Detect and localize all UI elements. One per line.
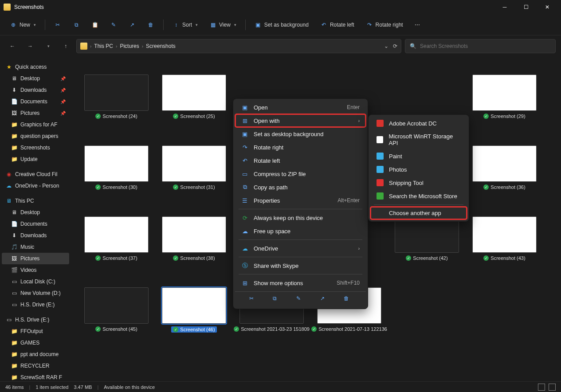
up-button[interactable]: ↑ (59, 39, 73, 53)
sidebar-this-pc[interactable]: 🖥This PC (2, 195, 69, 207)
copy-button[interactable]: ⧉ (68, 19, 84, 31)
thumbnails-view-icon[interactable] (549, 384, 556, 391)
file-thumbnail[interactable]: ✓Screenshot (37) (80, 216, 153, 261)
sort-button[interactable]: ↕ Sort ▾ (168, 19, 202, 31)
submenu-item[interactable]: Microsoft WinRT Storage API (370, 130, 467, 149)
crumb-thispc[interactable]: This PC (94, 43, 113, 49)
sidebar-quick-access[interactable]: ★Quick access (2, 61, 69, 73)
file-thumbnail[interactable]: ✓Screenshot (25) (157, 74, 231, 119)
details-view-icon[interactable] (538, 384, 545, 391)
ctx-open-with[interactable]: ⊞Open with› (235, 114, 366, 127)
file-thumbnail[interactable]: ✓Screenshot (38) (157, 216, 231, 261)
more-button[interactable]: ⋯ (410, 19, 424, 31)
sidebar-item[interactable]: 🎵Music (2, 241, 69, 253)
sidebar-item[interactable]: 📁Graphics for AF (2, 119, 69, 130)
sidebar-item[interactable]: ▭New Volume (D:) (2, 287, 69, 299)
ctx-rotate-left[interactable]: ↶Rotate left (235, 154, 366, 167)
rotate-left-button[interactable]: ↶ Rotate left (316, 19, 359, 31)
submenu-item[interactable]: Snipping Tool (370, 176, 467, 189)
file-thumbnail[interactable]: ✓Screenshot (31) (157, 145, 231, 190)
history-button[interactable]: ▾ (41, 39, 55, 53)
close-button[interactable]: ✕ (537, 0, 557, 14)
cut-button[interactable]: ✂ (50, 19, 66, 31)
scissors-icon[interactable]: ✂ (249, 295, 257, 303)
thumbnail-image (162, 216, 226, 253)
share-button[interactable]: ↗ (124, 19, 140, 31)
ctx-set-desktop[interactable]: ▣Set as desktop background (235, 127, 366, 141)
chevron-down-icon[interactable]: ⌄ (384, 43, 388, 49)
sidebar-item[interactable]: 📁GAMES (2, 337, 69, 349)
breadcrumb[interactable]: › This PC › Pictures › Screenshots ⌄ ⟳ (76, 39, 401, 53)
file-thumbnail[interactable]: ✓Screenshot (46) (157, 287, 231, 333)
search-input[interactable] (420, 43, 551, 49)
ctx-copy-path[interactable]: ⧉Copy as path (235, 180, 366, 194)
file-thumbnail[interactable]: ✓Screenshot (42) (390, 216, 463, 261)
view-button[interactable]: ▦ View ▾ (205, 19, 241, 31)
sidebar-item[interactable]: 🎬Videos (2, 264, 69, 276)
submenu-item[interactable]: Photos (370, 163, 467, 176)
sidebar-creative-cloud[interactable]: ◉Creative Cloud Fil (2, 169, 69, 180)
file-thumbnail[interactable]: ✓Screenshot (24) (80, 74, 153, 119)
submenu-item[interactable]: Paint (370, 149, 467, 163)
rename-button[interactable]: ✎ (106, 19, 122, 31)
folder-icon: 📁 (11, 339, 18, 346)
paste-button[interactable]: 📋 (87, 19, 103, 31)
minimize-button[interactable]: ─ (494, 0, 515, 14)
refresh-icon[interactable]: ⟳ (393, 43, 397, 49)
sidebar-item[interactable]: 📁Screenshots (2, 142, 69, 153)
sidebar-item[interactable]: 📁Update (2, 153, 69, 165)
chevron-down-icon: ▾ (47, 44, 50, 48)
file-thumbnail[interactable]: ✓Screenshot (43) (468, 216, 541, 261)
rotate-right-button[interactable]: ↷ Rotate right (361, 19, 408, 31)
sidebar-item[interactable]: ⬇Downloads (2, 230, 69, 241)
ctx-onedrive[interactable]: ☁OneDrive› (235, 242, 366, 255)
ctx-skype[interactable]: ⓈShare with Skype (235, 259, 366, 272)
file-thumbnail[interactable]: ✓Screenshot (29) (468, 74, 541, 119)
sidebar-item[interactable]: 📄Documents📌 (2, 96, 69, 107)
sidebar-item[interactable]: 📁ppt and docume (2, 349, 69, 360)
copy-path-icon: ⧉ (241, 184, 248, 191)
set-background-button[interactable]: ▣ Set as background (250, 19, 313, 31)
sidebar-item[interactable]: 🖼Pictures (2, 253, 69, 264)
file-thumbnail[interactable]: ✓Screenshot (45) (80, 287, 153, 333)
ctx-choose-another-app[interactable]: Choose another app (370, 207, 467, 220)
sidebar-item[interactable]: ▭Local Disk (C:) (2, 276, 69, 287)
sidebar-item[interactable]: 📁FFOutput (2, 325, 69, 337)
sidebar-item[interactable]: ⬇Downloads📌 (2, 84, 69, 96)
ctx-free-up[interactable]: ☁Free up space (235, 224, 366, 238)
new-button[interactable]: ⊕ New ▾ (5, 19, 40, 31)
crumb-pictures[interactable]: Pictures (120, 43, 139, 49)
copy-icon[interactable]: ⧉ (273, 295, 281, 303)
sidebar-item[interactable]: 🖼Pictures📌 (2, 107, 69, 119)
share-icon[interactable]: ↗ (320, 295, 328, 303)
ctx-compress[interactable]: ▭Compress to ZIP file (235, 167, 366, 180)
ctx-open[interactable]: ▣OpenEnter (235, 101, 366, 114)
sidebar-hs-drive[interactable]: ▭H.S. Drive (E:) (2, 314, 69, 325)
submenu-item[interactable]: Search the Microsoft Store (370, 189, 467, 203)
rename-icon[interactable]: ✎ (296, 295, 304, 303)
ctx-always-keep[interactable]: ⟳Always keep on this device (235, 211, 366, 224)
maximize-button[interactable]: ☐ (516, 0, 536, 14)
sidebar-item[interactable]: 📄Documents (2, 218, 69, 230)
file-thumbnail[interactable]: ✓Screenshot (30) (80, 145, 153, 190)
crumb-screenshots[interactable]: Screenshots (146, 43, 176, 49)
trash-icon[interactable]: 🗑 (344, 295, 352, 303)
ctx-properties[interactable]: ☰PropertiesAlt+Enter (235, 194, 366, 207)
sidebar-item[interactable]: 📁question papers (2, 130, 69, 142)
back-button[interactable]: ← (5, 39, 20, 53)
submenu-item[interactable]: Adobe Acrobat DC (370, 117, 467, 130)
rotate-right-icon: ↷ (241, 144, 248, 151)
sidebar-item[interactable]: 🖥Desktop (2, 207, 69, 218)
sidebar-item[interactable]: 📁RECYCLER (2, 360, 69, 372)
sidebar-item[interactable]: 🖥Desktop📌 (2, 73, 69, 84)
sidebar[interactable]: ★Quick access 🖥Desktop📌⬇Downloads📌📄Docum… (0, 57, 71, 381)
ctx-show-more[interactable]: ⊞Show more optionsShift+F10 (235, 276, 366, 290)
ctx-rotate-right[interactable]: ↷Rotate right (235, 141, 366, 154)
sidebar-onedrive[interactable]: ☁OneDrive - Person (2, 180, 69, 192)
sidebar-item[interactable]: ▭H.S. Drive (E:) (2, 299, 69, 310)
file-thumbnail[interactable]: ✓Screenshot (36) (468, 145, 541, 190)
forward-button[interactable]: → (23, 39, 37, 53)
search-box[interactable]: 🔍 (405, 39, 556, 53)
delete-button[interactable]: 🗑 (143, 19, 159, 31)
sidebar-item[interactable]: 📁ScrewSoft RAR F (2, 372, 69, 381)
